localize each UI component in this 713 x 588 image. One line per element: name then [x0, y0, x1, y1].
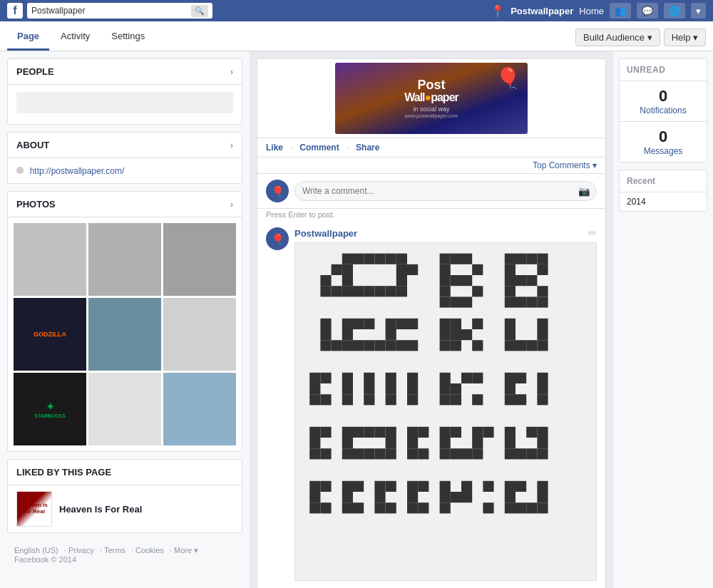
svg-rect-55 — [386, 394, 396, 405]
top-navigation: f 🔍 📍 Postwallpaper Home 👥 💬 🌐 ▾ — [0, 0, 713, 21]
svg-rect-60 — [353, 427, 364, 438]
svg-rect-19 — [386, 286, 396, 296]
svg-rect-73 — [353, 448, 364, 459]
home-link[interactable]: Home — [579, 6, 604, 16]
svg-rect-3 — [374, 254, 385, 264]
svg-rect-190 — [505, 492, 515, 502]
comment-camera-button[interactable]: 📷 — [573, 183, 596, 200]
photo-thumb-6[interactable] — [163, 298, 236, 371]
svg-rect-103 — [472, 264, 483, 275]
about-section: ABOUT › http://postwallpaper.com/ — [7, 132, 242, 184]
svg-rect-4 — [386, 254, 396, 264]
footer-privacy-link[interactable]: Privacy — [68, 546, 94, 555]
about-url-link[interactable]: http://postwallpaper.com/ — [30, 166, 125, 176]
messages-label[interactable]: Messages — [627, 146, 699, 156]
svg-rect-75 — [374, 448, 385, 459]
svg-rect-157 — [537, 286, 548, 296]
post-actions-bar: Like · Comment · Share — [257, 138, 605, 158]
svg-rect-2 — [364, 254, 374, 264]
photo-thumb-1[interactable] — [14, 223, 86, 296]
post-edit-icon[interactable]: ✏ — [588, 227, 597, 239]
svg-rect-115 — [440, 329, 451, 340]
svg-rect-34 — [353, 340, 364, 351]
recent-year-item[interactable]: 2014 — [620, 192, 707, 211]
svg-rect-109 — [440, 296, 451, 307]
footer-cookies-link[interactable]: Cookies — [135, 546, 164, 555]
svg-rect-23 — [353, 319, 364, 329]
search-input[interactable] — [31, 6, 191, 16]
comment-button[interactable]: Comment — [299, 143, 339, 153]
people-chevron-icon: › — [230, 67, 233, 77]
photos-section-header[interactable]: PHOTOS › — [8, 192, 242, 217]
like-button[interactable]: Like — [266, 143, 283, 153]
poster-avatar: 🎈 — [266, 227, 289, 250]
chat-icon-btn[interactable]: 💬 — [637, 3, 658, 19]
photo-thumb-9[interactable] — [163, 373, 236, 445]
liked-item[interactable]: Heaven is for Real Heaven Is For Real — [8, 485, 242, 532]
svg-rect-83 — [374, 481, 385, 492]
search-button[interactable]: 🔍 — [191, 5, 208, 17]
liked-by-header[interactable]: LIKED BY THIS PAGE — [8, 460, 242, 485]
svg-rect-189 — [537, 481, 548, 492]
svg-rect-165 — [537, 329, 548, 340]
press-enter-hint: Press Enter to post. — [257, 209, 605, 222]
nav-dropdown-btn[interactable]: ▾ — [691, 3, 706, 19]
share-button[interactable]: Share — [356, 143, 379, 153]
photo-thumb-4[interactable]: GODZILLA — [14, 298, 86, 371]
poster-username[interactable]: Postwallpaper — [294, 228, 357, 239]
tab-settings[interactable]: Settings — [101, 24, 155, 51]
cover-post-card: Post Wall●paper in social way www.postwa… — [257, 58, 606, 588]
recent-header: Recent — [620, 170, 707, 192]
post-body: Postwallpaper ✏ — [294, 227, 597, 588]
tab-page[interactable]: Page — [7, 24, 49, 51]
comment-input-wrap: 📷 — [294, 181, 597, 201]
cover-image-area: Post Wall●paper in social way www.postwa… — [257, 59, 605, 138]
svg-rect-33 — [342, 340, 353, 351]
photo-thumb-3[interactable] — [163, 223, 236, 296]
footer-more-link[interactable]: More ▾ — [174, 546, 198, 555]
build-audience-button[interactable]: Build Audience ▾ — [575, 29, 660, 46]
photos-grid: GODZILLA ✦ STARBUCKS — [8, 217, 242, 451]
svg-rect-40 — [309, 373, 320, 383]
svg-rect-186 — [537, 448, 548, 459]
svg-rect-170 — [505, 373, 515, 383]
svg-rect-160 — [526, 296, 537, 307]
notifications-label[interactable]: Notifications — [627, 105, 699, 115]
people-section: PEOPLE › — [7, 58, 242, 125]
friends-icon-btn[interactable]: 👥 — [610, 3, 631, 19]
svg-rect-66 — [309, 438, 320, 448]
svg-rect-37 — [386, 340, 396, 351]
nav-right: 📍 Postwallpaper Home 👥 💬 🌐 ▾ — [491, 3, 706, 19]
main-content: PEOPLE › ABOUT › http://postwallpaper.co… — [0, 51, 713, 588]
svg-rect-1 — [353, 254, 364, 264]
photo-thumb-2[interactable] — [88, 223, 161, 296]
svg-rect-155 — [526, 275, 537, 286]
svg-rect-41 — [320, 373, 331, 383]
svg-rect-56 — [407, 394, 418, 405]
footer-terms-link[interactable]: Terms — [104, 546, 125, 555]
about-section-header[interactable]: ABOUT › — [8, 133, 242, 158]
commenter-avatar: 🎈 — [266, 180, 289, 202]
svg-rect-124 — [440, 383, 451, 394]
comment-input[interactable] — [295, 182, 573, 200]
svg-rect-0 — [342, 254, 353, 264]
globe-icon-btn[interactable]: 🌐 — [664, 3, 685, 19]
photo-thumb-5[interactable] — [88, 298, 161, 371]
tab-activity[interactable]: Activity — [51, 24, 100, 51]
top-comments-button[interactable]: Top Comments ▾ — [533, 160, 597, 170]
help-button[interactable]: Help ▾ — [664, 29, 706, 46]
svg-rect-89 — [374, 492, 385, 502]
photo-thumb-7[interactable]: ✦ STARBUCKS — [14, 373, 86, 445]
people-section-header[interactable]: PEOPLE › — [8, 59, 242, 85]
notifications-count: 0 — [627, 87, 699, 105]
svg-rect-162 — [505, 319, 515, 329]
svg-rect-117 — [461, 329, 472, 340]
svg-rect-45 — [407, 373, 418, 383]
photo-thumb-8[interactable] — [88, 373, 161, 445]
footer-language-link[interactable]: English (US) — [14, 546, 58, 555]
svg-rect-20 — [396, 286, 407, 296]
svg-rect-65 — [418, 427, 429, 438]
svg-rect-48 — [364, 383, 374, 394]
svg-rect-130 — [451, 427, 461, 438]
svg-rect-26 — [396, 319, 407, 329]
